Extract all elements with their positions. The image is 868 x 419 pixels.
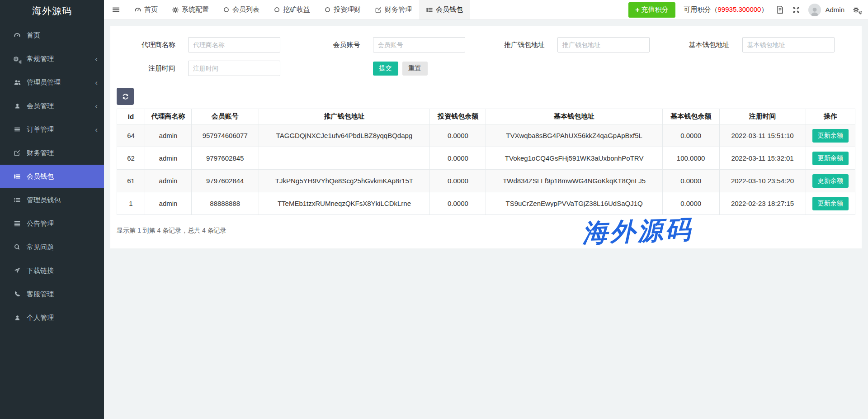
top-navbar: 首页系统配置会员列表挖矿收益投资理财财务管理会员钱包 + 充值积分 可用积分（9… — [104, 0, 868, 20]
sidebar-item-label: 下载链接 — [27, 267, 54, 275]
sidebar-toggle-button[interactable] — [104, 0, 127, 19]
cell-id: 61 — [117, 170, 145, 192]
member-wallet-table: Id代理商名称会员账号推广钱包地址投资钱包余额基本钱包地址基本钱包余额注册时间操… — [117, 109, 855, 215]
sidebar-item-finance-management[interactable]: 财务管理 — [0, 141, 104, 165]
wipe-cache-icon[interactable] — [776, 6, 784, 14]
sidebar-item-member-management[interactable]: 会员管理‹ — [0, 94, 104, 118]
sidebar-item-profile-management[interactable]: 个人管理 — [0, 306, 104, 329]
tab-home[interactable]: 首页 — [127, 0, 165, 19]
chevron-left-icon: ‹ — [95, 55, 98, 63]
cell-action: 更新余额 — [806, 170, 855, 192]
tab-label: 财务管理 — [385, 5, 412, 14]
sidebar-item-label: 财务管理 — [27, 149, 54, 157]
dashboard-icon — [12, 32, 22, 38]
main-area: 首页系统配置会员列表挖矿收益投资理财财务管理会员钱包 + 充值积分 可用积分（9… — [104, 0, 868, 419]
cell-id: 1 — [117, 192, 145, 215]
sidebar-menu: 首页常规管理‹管理员管理‹会员管理‹订单管理‹财务管理会员钱包管理员钱包公告管理… — [0, 22, 104, 329]
table-body: 64admin957974606077TAGGDQjNXCJe1ufv64Pbd… — [117, 124, 855, 215]
cell-base-balance: 0.0000 — [662, 170, 719, 192]
sidebar-item-label: 会员管理 — [27, 102, 54, 110]
circle-icon — [274, 7, 280, 13]
tab-mining-income[interactable]: 挖矿收益 — [267, 0, 317, 19]
tab-finance[interactable]: 财务管理 — [368, 0, 419, 19]
brand-title: 海外源码 — [0, 0, 104, 22]
recharge-points-button[interactable]: + 充值积分 — [628, 2, 675, 18]
points-suffix: ） — [761, 5, 768, 13]
tab-label: 首页 — [144, 5, 158, 14]
cell-action: 更新余额 — [806, 147, 855, 170]
promo-wallet-input[interactable] — [557, 37, 650, 52]
cell-agent: admin — [145, 124, 192, 147]
users-icon — [12, 79, 22, 86]
tab-system-config[interactable]: 系统配置 — [165, 0, 216, 19]
sidebar-item-download-link[interactable]: 下载链接 — [0, 259, 104, 282]
sidebar: 海外源码 首页常规管理‹管理员管理‹会员管理‹订单管理‹财务管理会员钱包管理员钱… — [0, 0, 104, 419]
base-wallet-label: 基本钱包地址 — [671, 41, 730, 49]
cell-invest-balance: 0.0000 — [430, 192, 486, 215]
update-balance-button[interactable]: 更新余额 — [812, 152, 849, 165]
sidebar-item-label: 订单管理 — [27, 125, 54, 134]
column-header: Id — [117, 109, 145, 124]
cell-account: 957974606077 — [191, 124, 259, 147]
sidebar-item-label: 会员钱包 — [27, 172, 54, 181]
records-summary: 显示第 1 到第 4 条记录，总共 4 条记录 — [117, 227, 855, 235]
sidebar-item-order-management[interactable]: 订单管理‹ — [0, 118, 104, 141]
sidebar-item-admin-management[interactable]: 管理员管理‹ — [0, 71, 104, 94]
agent-name-input[interactable] — [188, 37, 280, 52]
table-row: 61admin9797602844TJkPNg5YH9VYhQe8Scg25hG… — [117, 170, 855, 192]
user-menu[interactable]: Admin — [808, 4, 844, 16]
column-header: 操作 — [806, 109, 855, 124]
cell-agent: admin — [145, 192, 192, 215]
cell-agent: admin — [145, 170, 192, 192]
cell-base-balance: 0.0000 — [662, 124, 719, 147]
column-header: 基本钱包地址 — [486, 109, 662, 124]
filter-agent-name: 代理商名称 — [117, 37, 302, 52]
plus-icon: + — [635, 6, 639, 14]
cell-invest-balance: 0.0000 — [430, 147, 486, 170]
cell-base-wallet: TWd834ZSLLf9p18mwWG4NGoKkqKT8QnLJ5 — [486, 170, 662, 192]
member-account-label: 会员账号 — [302, 41, 360, 49]
promo-wallet-label: 推广钱包地址 — [486, 41, 545, 49]
cell-base-balance: 0.0000 — [662, 192, 719, 215]
available-points: 可用积分（99935.300000） — [684, 5, 768, 14]
gear-icon — [172, 7, 179, 13]
tab-investment[interactable]: 投资理财 — [317, 0, 368, 19]
hamburger-icon — [112, 6, 120, 14]
refresh-button[interactable] — [117, 88, 134, 105]
update-balance-button[interactable]: 更新余额 — [812, 129, 849, 143]
cell-invest-balance: 0.0000 — [430, 124, 486, 147]
column-header: 会员账号 — [191, 109, 259, 124]
recharge-label: 充值积分 — [642, 5, 669, 14]
sidebar-item-faq[interactable]: 常见问题 — [0, 235, 104, 259]
cell-promo-wallet: TTeMEb1tzxRUMneqzQKFsX8YkiLCDkLrne — [259, 192, 430, 215]
circle-icon — [325, 7, 330, 13]
register-time-input[interactable] — [188, 61, 280, 76]
update-balance-button[interactable]: 更新余额 — [812, 197, 849, 210]
base-wallet-input[interactable] — [742, 37, 835, 52]
cell-register-time: 2022-02-23 18:27:15 — [719, 192, 806, 215]
tab-member-wallet[interactable]: 会员钱包 — [419, 0, 470, 19]
submit-button[interactable]: 提交 — [373, 62, 398, 76]
list-icon — [12, 126, 22, 133]
circle-icon — [223, 7, 229, 13]
sidebar-item-label: 个人管理 — [27, 314, 54, 322]
sidebar-item-customer-service[interactable]: 客服管理 — [0, 282, 104, 306]
tab-label: 会员钱包 — [436, 5, 463, 14]
settings-cogs-icon[interactable] — [853, 6, 862, 13]
bars-icon — [12, 220, 22, 227]
chevron-left-icon: ‹ — [95, 102, 98, 110]
table-header-row: Id代理商名称会员账号推广钱包地址投资钱包余额基本钱包地址基本钱包余额注册时间操… — [117, 109, 855, 124]
update-balance-button[interactable]: 更新余额 — [812, 174, 849, 188]
filter-form: 代理商名称 会员账号 推广钱包地址 基本钱包地址 — [117, 37, 855, 76]
sidebar-item-home[interactable]: 首页 — [0, 24, 104, 47]
member-account-input[interactable] — [373, 37, 465, 52]
sidebar-item-member-wallet[interactable]: 会员钱包 — [0, 165, 104, 188]
reset-button[interactable]: 重置 — [402, 62, 428, 76]
sidebar-item-admin-wallet[interactable]: 管理员钱包 — [0, 188, 104, 212]
cell-register-time: 2022-03-10 23:54:20 — [719, 170, 806, 192]
sidebar-item-notice-management[interactable]: 公告管理 — [0, 212, 104, 235]
table-row: 62admin97976028450.0000TVokeg1oCQ4GsFHj5… — [117, 147, 855, 170]
sidebar-item-general-management[interactable]: 常规管理‹ — [0, 47, 104, 71]
tab-member-list[interactable]: 会员列表 — [216, 0, 267, 19]
fullscreen-icon[interactable] — [793, 6, 800, 14]
